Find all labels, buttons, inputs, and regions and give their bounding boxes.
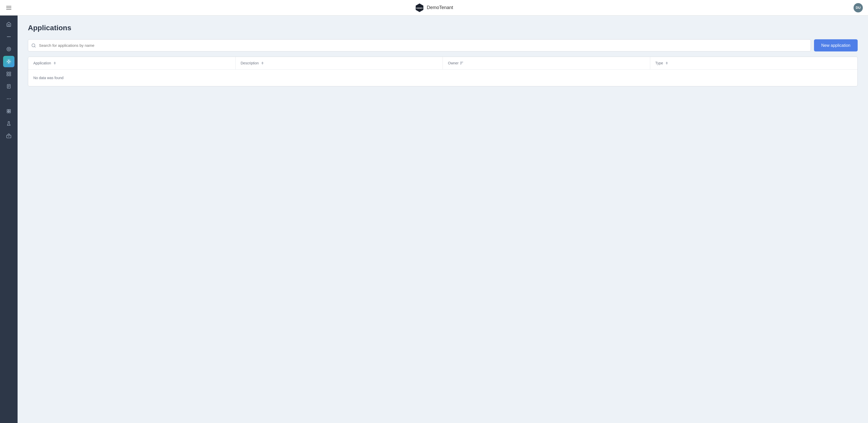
sidebar-item-targets[interactable]	[3, 44, 14, 55]
svg-point-24	[8, 98, 9, 99]
svg-rect-27	[9, 109, 10, 111]
layers-icon	[6, 109, 11, 114]
table-header: Application Description Owner	[28, 57, 858, 69]
application-column-label: Application	[33, 61, 51, 65]
description-column-label: Description	[241, 61, 259, 65]
header-left	[5, 5, 12, 10]
sidebar	[0, 16, 18, 423]
home-icon	[6, 22, 11, 27]
search-row: New application	[28, 39, 858, 52]
type-sort-icon	[666, 62, 668, 64]
more-icon	[6, 96, 11, 101]
menu-toggle-button[interactable]	[5, 5, 12, 10]
header: DEMO DemoTenant DU	[0, 0, 868, 16]
applications-icon	[6, 59, 11, 64]
table-empty-message: No data was found	[28, 69, 858, 86]
svg-point-10	[8, 61, 10, 62]
sidebar-item-connections[interactable]	[3, 31, 14, 43]
sidebar-item-dashboard[interactable]	[3, 68, 14, 80]
search-input[interactable]	[39, 39, 811, 51]
type-column-label: Type	[655, 61, 663, 65]
svg-line-34	[34, 46, 35, 47]
target-icon	[6, 47, 11, 52]
sidebar-item-applications[interactable]	[3, 56, 14, 67]
table-header-owner[interactable]: Owner	[443, 57, 650, 69]
application-sort-icon	[54, 62, 56, 64]
table-header-type[interactable]: Type	[650, 57, 858, 69]
logo-icon: DEMO	[415, 3, 424, 12]
svg-text:DEMO: DEMO	[416, 7, 423, 9]
svg-rect-15	[7, 72, 8, 74]
owner-filter-icon	[460, 62, 464, 65]
owner-column-label: Owner	[448, 61, 459, 65]
sidebar-item-home[interactable]	[3, 19, 14, 30]
table-header-description[interactable]: Description	[236, 57, 443, 69]
svg-rect-29	[9, 111, 10, 113]
sidebar-item-more[interactable]	[3, 93, 14, 105]
user-avatar[interactable]: DU	[854, 3, 863, 12]
page-title: Applications	[28, 24, 858, 32]
svg-point-9	[8, 49, 9, 49]
description-sort-icon	[261, 62, 264, 64]
lab-icon	[6, 121, 11, 126]
header-center: DEMO DemoTenant	[415, 3, 453, 12]
svg-rect-17	[7, 75, 8, 76]
reports-icon	[6, 84, 11, 89]
search-wrapper	[28, 39, 811, 52]
svg-rect-26	[7, 109, 8, 111]
svg-point-23	[7, 98, 8, 99]
layout: Applications New application Application	[0, 16, 868, 423]
search-icon	[28, 43, 39, 48]
new-application-button[interactable]: New application	[814, 39, 858, 52]
tenant-name: DemoTenant	[427, 5, 453, 10]
sidebar-item-lab[interactable]	[3, 118, 14, 129]
svg-rect-16	[9, 72, 11, 74]
table-header-application[interactable]: Application	[28, 57, 236, 69]
sidebar-item-layers[interactable]	[3, 106, 14, 117]
briefcase-icon	[6, 134, 11, 139]
sidebar-item-reports[interactable]	[3, 81, 14, 92]
main-content: Applications New application Application	[18, 16, 868, 423]
dashboard-icon	[6, 72, 11, 77]
connections-icon	[6, 34, 11, 39]
sidebar-item-briefcase[interactable]	[3, 130, 14, 142]
svg-point-25	[10, 98, 10, 99]
applications-table: Application Description Owner	[28, 57, 858, 86]
svg-rect-28	[7, 111, 8, 113]
svg-rect-18	[9, 75, 11, 76]
